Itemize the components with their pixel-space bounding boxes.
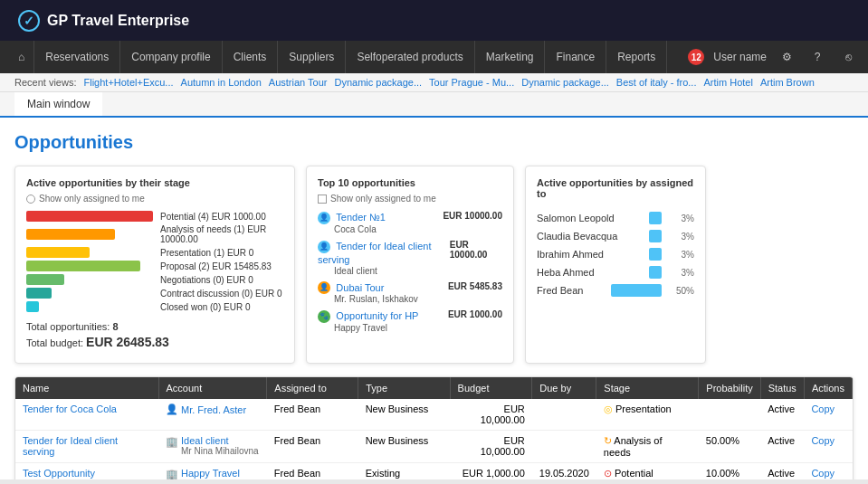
opp-item-3: 🐾 Opportunity for HP EUR 1000.00 Happy T… xyxy=(318,309,502,333)
row2-budget: EUR 1,000.00 xyxy=(450,463,532,480)
row0-probability xyxy=(699,399,760,431)
col-account: Account xyxy=(158,377,267,399)
settings-icon[interactable]: ⚙ xyxy=(776,46,797,68)
row0-assigned: Fred Bean xyxy=(267,399,358,431)
recent-link-4[interactable]: Tour Prague - Mu... xyxy=(429,77,514,88)
recent-link-8[interactable]: Artim Brown xyxy=(760,77,815,88)
table-row: Test Opportunity 🏢 Happy Travel Mr Bonda… xyxy=(15,463,853,480)
nav-selfoperated[interactable]: Selfoperated products xyxy=(346,41,474,73)
row0-budget: EUR 10,000.00 xyxy=(450,399,532,431)
logout-icon[interactable]: ⎋ xyxy=(837,46,859,68)
row2-type: Existing Business xyxy=(358,463,450,480)
row1-account-icon: 🏢 xyxy=(166,436,178,448)
stage-totals: Total opportunities: 8 Total budget: EUR… xyxy=(26,321,283,349)
stage-row-4: Negotiations (0) EUR 0 xyxy=(26,274,283,285)
recent-link-1[interactable]: Autumn in London xyxy=(181,77,262,88)
assigned-bar-0 xyxy=(649,212,662,224)
tab-main-window[interactable]: Main window xyxy=(14,92,102,118)
row0-status: Active xyxy=(760,399,804,431)
row2-copy[interactable]: Copy xyxy=(811,468,835,479)
recent-link-2[interactable]: Austrian Tour xyxy=(269,77,328,88)
logo-area: ✓ GP Travel Enterprise xyxy=(18,10,189,32)
row2-dueby: 19.05.2020 xyxy=(532,463,596,480)
col-name: Name xyxy=(15,377,158,399)
row1-stage-icon: ↻ xyxy=(604,435,612,446)
row2-account[interactable]: Happy Travel xyxy=(181,468,240,479)
top10-card-title: Top 10 opportunities xyxy=(318,177,502,188)
opp-name-3[interactable]: Opportunity for HP xyxy=(336,310,418,321)
opp-name-1[interactable]: Tender for Ideal client serving xyxy=(318,241,432,265)
tab-bar: Main window xyxy=(0,92,868,118)
row0-account[interactable]: Mr. Fred. Aster xyxy=(181,404,246,415)
row1-stage: Analysis of needs xyxy=(604,435,663,458)
radio-show-only[interactable] xyxy=(26,195,35,204)
stage-row-2: Presentation (1) EUR 0 xyxy=(26,247,283,258)
row0-copy[interactable]: Copy xyxy=(811,403,835,414)
opp-name-2[interactable]: Dubai Tour xyxy=(336,282,384,293)
assigned-bar-3 xyxy=(649,266,662,279)
row2-status: Active xyxy=(760,463,804,480)
assigned-row-0: Salomon Leopold 3% xyxy=(537,212,694,224)
help-icon[interactable]: ? xyxy=(806,46,828,68)
col-actions: Actions xyxy=(804,377,852,399)
row0-name[interactable]: Tender for Coca Cola xyxy=(23,403,117,414)
opportunities-table: Name Account Assigned to Type Budget Due… xyxy=(14,376,854,479)
row1-budget: EUR 10,000.00 xyxy=(450,431,532,463)
stage-row-5: Contract discussion (0) EUR 0 xyxy=(26,288,283,299)
row1-account[interactable]: Ideal client xyxy=(181,435,229,446)
table-row: Tender for Coca Cola 👤 Mr. Fred. Aster F… xyxy=(15,399,853,431)
row2-account-icon: 🏢 xyxy=(166,469,178,479)
opp-item-2: 👤 Dubai Tour EUR 5485.83 Mr. Ruslan, Isk… xyxy=(318,281,502,305)
nav-reservations[interactable]: Reservations xyxy=(34,41,120,73)
recent-link-3[interactable]: Dynamic package... xyxy=(334,77,422,88)
dashboard-row: Active opportunities by their stage Show… xyxy=(14,166,854,364)
row1-copy[interactable]: Copy xyxy=(811,435,835,446)
checkbox-show-only[interactable] xyxy=(318,195,327,204)
row0-account-icon: 👤 xyxy=(166,403,178,415)
row2-stage-icon: ⊙ xyxy=(604,468,612,479)
assigned-bar-4 xyxy=(611,284,662,297)
recent-link-0[interactable]: Flight+Hotel+Excu... xyxy=(83,77,173,88)
col-budget: Budget xyxy=(450,377,532,399)
row2-stage: Potential xyxy=(615,468,653,479)
stage-row-3: Proposal (2) EUR 15485.83 xyxy=(26,261,283,271)
row2-probability: 10.00% xyxy=(699,463,760,480)
show-only-assigned: Show only assigned to me xyxy=(26,194,283,204)
opp-icon-3: 🐾 xyxy=(318,310,330,323)
recent-link-6[interactable]: Best of italy - fro... xyxy=(616,77,697,88)
opp-icon-2: 👤 xyxy=(318,281,330,294)
nav-right: 12 User name ⚙ ? ⎋ xyxy=(688,46,859,68)
table-row: Tender for Ideal client serving 🏢 Ideal … xyxy=(15,431,853,463)
assigned-bar-1 xyxy=(649,230,662,242)
logo-icon: ✓ xyxy=(18,10,40,32)
row2-assigned: Fred Bean xyxy=(267,463,358,480)
opp-item-0: 👤 Tender №1 EUR 10000.00 Coca Cola xyxy=(318,211,502,234)
nav-bar: ⌂ Reservations Company profile Clients S… xyxy=(0,41,868,73)
row1-assigned: Fred Bean xyxy=(267,431,358,463)
nav-clients[interactable]: Clients xyxy=(223,41,279,73)
row1-name[interactable]: Tender for Ideal client serving xyxy=(23,435,118,457)
stage-row-0: Potential (4) EUR 1000.00 xyxy=(26,211,283,222)
row1-status: Active xyxy=(760,431,804,463)
row2-name[interactable]: Test Opportunity xyxy=(23,468,95,479)
opp-name-0[interactable]: Tender №1 xyxy=(336,212,386,223)
assigned-row-4: Fred Bean 50% xyxy=(537,284,694,297)
row1-probability: 50.00% xyxy=(699,431,760,463)
nav-suppliers[interactable]: Suppliers xyxy=(278,41,346,73)
nav-reports[interactable]: Reports xyxy=(606,41,667,73)
assigned-row-1: Claudia Bevacqua 3% xyxy=(537,230,694,242)
opp-item-1: 👤 Tender for Ideal client serving EUR 10… xyxy=(318,240,502,276)
recent-views-label: Recent views: xyxy=(14,77,76,88)
row2-account-sub: Mr Bondarenko xyxy=(181,479,243,479)
recent-link-5[interactable]: Dynamic package... xyxy=(521,77,609,88)
nav-finance[interactable]: Finance xyxy=(545,41,606,73)
nav-marketing[interactable]: Marketing xyxy=(475,41,546,73)
assigned-card-title: Active opportunities by assigned to xyxy=(537,177,694,199)
recent-link-7[interactable]: Artim Hotel xyxy=(703,77,752,88)
col-status: Status xyxy=(760,377,804,399)
stage-row-6: Closed won (0) EUR 0 xyxy=(26,301,283,312)
nav-home[interactable]: ⌂ xyxy=(9,41,34,73)
nav-company-profile[interactable]: Company profile xyxy=(120,41,222,73)
main-content: Opportunities Active opportunities by th… xyxy=(0,118,868,479)
notification-badge[interactable]: 12 xyxy=(688,49,704,65)
